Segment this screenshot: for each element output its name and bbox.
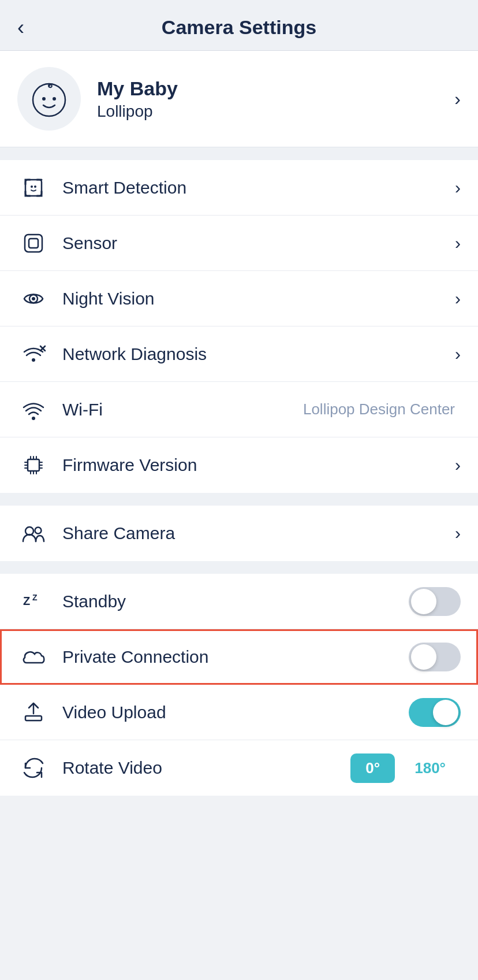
standby-toggle[interactable] bbox=[409, 587, 461, 616]
private-connection-label: Private Connection bbox=[62, 647, 409, 667]
section-gap-3 bbox=[0, 561, 478, 574]
smart-detection-chevron: › bbox=[455, 178, 461, 198]
svg-rect-14 bbox=[28, 459, 39, 471]
video-upload-toggle[interactable] bbox=[409, 698, 461, 727]
menu-item-share-camera[interactable]: Share Camera › bbox=[0, 506, 478, 561]
network-icon bbox=[17, 341, 50, 367]
firmware-label: Firmware Version bbox=[62, 455, 455, 475]
share-camera-chevron: › bbox=[455, 524, 461, 543]
header: ‹ Camera Settings bbox=[0, 0, 478, 51]
night-vision-icon bbox=[17, 286, 50, 311]
svg-rect-3 bbox=[25, 180, 42, 196]
camera-chevron: › bbox=[454, 88, 461, 110]
camera-card[interactable]: My Baby Lollipop › bbox=[0, 51, 478, 147]
svg-rect-7 bbox=[29, 239, 38, 248]
menu-section-3: Z Z Standby Private Connection bbox=[0, 574, 478, 796]
firmware-icon bbox=[17, 452, 50, 478]
sensor-chevron: › bbox=[455, 233, 461, 253]
svg-rect-6 bbox=[25, 235, 42, 252]
wifi-value: Lollipop Design Center bbox=[303, 400, 455, 418]
menu-item-sensor[interactable]: Sensor › bbox=[0, 216, 478, 271]
menu-section-1: Smart Detection › Sensor › Night Vision … bbox=[0, 160, 478, 493]
private-connection-toggle[interactable] bbox=[409, 643, 461, 671]
menu-item-private-connection[interactable]: Private Connection bbox=[0, 629, 478, 685]
night-vision-label: Night Vision bbox=[62, 289, 455, 309]
svg-rect-31 bbox=[25, 716, 42, 721]
svg-point-13 bbox=[32, 417, 35, 420]
upload-icon bbox=[17, 700, 50, 725]
svg-text:Z: Z bbox=[32, 593, 38, 602]
camera-avatar bbox=[17, 67, 81, 131]
standby-icon: Z Z bbox=[17, 589, 50, 614]
back-button[interactable]: ‹ bbox=[17, 17, 24, 38]
firmware-chevron: › bbox=[455, 455, 461, 475]
menu-item-firmware[interactable]: Firmware Version › bbox=[0, 437, 478, 493]
camera-model: Lollipop bbox=[97, 102, 454, 121]
section-gap-2 bbox=[0, 493, 478, 506]
svg-point-4 bbox=[31, 185, 33, 188]
rotate-180-button[interactable]: 180° bbox=[399, 753, 461, 783]
rotate-icon bbox=[17, 755, 50, 781]
camera-info: My Baby Lollipop bbox=[97, 77, 454, 121]
share-camera-icon bbox=[17, 521, 50, 546]
svg-point-10 bbox=[32, 358, 35, 362]
network-diagnosis-label: Network Diagnosis bbox=[62, 344, 455, 364]
wifi-icon bbox=[17, 397, 50, 422]
svg-point-28 bbox=[35, 528, 42, 534]
menu-item-night-vision[interactable]: Night Vision › bbox=[0, 271, 478, 326]
menu-item-network-diagnosis[interactable]: Network Diagnosis › bbox=[0, 326, 478, 382]
page-title: Camera Settings bbox=[162, 16, 316, 39]
network-diagnosis-chevron: › bbox=[455, 344, 461, 364]
menu-item-rotate-video[interactable]: Rotate Video 0° 180° bbox=[0, 740, 478, 796]
smart-detection-icon bbox=[17, 175, 50, 201]
menu-item-standby[interactable]: Z Z Standby bbox=[0, 574, 478, 629]
smart-detection-label: Smart Detection bbox=[62, 178, 455, 198]
menu-item-wifi[interactable]: Wi-Fi Lollipop Design Center bbox=[0, 382, 478, 437]
share-camera-label: Share Camera bbox=[62, 524, 455, 543]
svg-point-2 bbox=[53, 97, 56, 101]
night-vision-chevron: › bbox=[455, 289, 461, 309]
svg-text:Z: Z bbox=[23, 595, 30, 607]
svg-point-1 bbox=[42, 97, 46, 101]
sensor-icon bbox=[17, 231, 50, 256]
rotate-video-options: 0° 180° bbox=[350, 753, 461, 783]
cloud-icon bbox=[17, 644, 50, 670]
rotate-0-button[interactable]: 0° bbox=[350, 753, 395, 783]
menu-item-video-upload[interactable]: Video Upload bbox=[0, 685, 478, 740]
svg-point-0 bbox=[33, 84, 65, 116]
video-upload-label: Video Upload bbox=[62, 703, 409, 722]
wifi-label: Wi-Fi bbox=[62, 400, 303, 420]
camera-name: My Baby bbox=[97, 77, 454, 100]
svg-point-9 bbox=[32, 297, 35, 300]
menu-item-smart-detection[interactable]: Smart Detection › bbox=[0, 160, 478, 216]
baby-face-icon bbox=[28, 78, 70, 120]
menu-section-2: Share Camera › bbox=[0, 506, 478, 561]
standby-label: Standby bbox=[62, 592, 409, 611]
rotate-video-label: Rotate Video bbox=[62, 758, 350, 778]
svg-point-5 bbox=[34, 185, 36, 188]
sensor-label: Sensor bbox=[62, 233, 455, 253]
section-gap-1 bbox=[0, 147, 478, 160]
